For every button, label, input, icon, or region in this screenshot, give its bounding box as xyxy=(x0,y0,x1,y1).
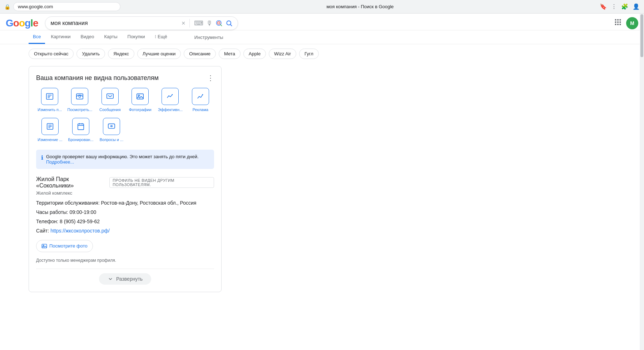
action-photos-label: Фотографии xyxy=(129,107,152,112)
tab-video[interactable]: Видео xyxy=(76,30,99,44)
chip-wizzair[interactable]: Wizz Air xyxy=(269,49,296,59)
view-icon xyxy=(71,88,88,105)
action-messages-label: Сообщения xyxy=(99,107,121,112)
action-ads[interactable]: Реклама xyxy=(187,88,214,112)
performance-icon xyxy=(162,88,179,105)
extensions-icon[interactable]: 🧩 xyxy=(621,3,628,10)
keyboard-icon[interactable]: ⌨ xyxy=(194,19,203,27)
action-changes[interactable]: Изменение ... xyxy=(36,118,64,142)
action-performance[interactable]: Эффективн... xyxy=(157,88,184,112)
main-content: Ваша компания не видна пользователям ⋮ И… xyxy=(0,63,250,301)
site-row: Сайт: https://жксоколростов.рф/ xyxy=(36,228,214,234)
chip-best-ratings[interactable]: Лучшие оценки xyxy=(137,49,181,59)
action-qa[interactable]: Вопросы и ... xyxy=(98,118,125,142)
business-more-options[interactable]: ⋮ xyxy=(207,74,214,82)
hours-label: Часы работы: xyxy=(36,209,68,215)
profile-visibility-badge: ПРОФИЛЬ НЕ ВИДЕН ДРУГИМ ПОЛЬЗОВАТЕЛЯМ. xyxy=(109,177,214,188)
svg-point-22 xyxy=(138,95,140,96)
svg-rect-18 xyxy=(76,94,83,99)
view-photos-button[interactable]: Посмотрите фото xyxy=(36,240,93,252)
google-logo[interactable]: Google xyxy=(6,18,38,29)
svg-rect-5 xyxy=(615,19,616,21)
messages-icon xyxy=(101,88,119,105)
chip-open-now[interactable]: Открыто сейчас xyxy=(29,49,74,59)
svg-rect-13 xyxy=(620,24,621,25)
chip-delete[interactable]: Удалить xyxy=(76,49,105,59)
svg-rect-8 xyxy=(615,21,616,23)
company-name-row: Жилой Парк «Сокольники» ПРОФИЛЬ НЕ ВИДЕН… xyxy=(36,176,214,189)
chip-description[interactable]: Описание xyxy=(184,49,216,59)
tab-images[interactable]: Картинки xyxy=(46,30,75,44)
lens-icon[interactable] xyxy=(216,20,223,27)
hours-row: Часы работы: 09:00-19:00 xyxy=(36,209,214,215)
chip-google[interactable]: Гугл xyxy=(299,49,319,59)
search-input[interactable] xyxy=(50,20,178,26)
user-avatar[interactable]: М xyxy=(626,17,638,29)
clear-icon[interactable]: × xyxy=(182,20,185,27)
svg-rect-35 xyxy=(42,244,46,248)
apps-grid-icon[interactable] xyxy=(614,18,622,28)
action-edit-profile[interactable]: Изменить п... xyxy=(36,88,63,112)
photos-icon xyxy=(132,88,149,105)
expand-button[interactable]: Развернуть xyxy=(99,273,151,285)
action-edit-label: Изменить п... xyxy=(38,107,62,112)
action-changes-label: Изменение ... xyxy=(38,137,62,142)
tab-maps[interactable]: Карты xyxy=(100,30,122,44)
site-value[interactable]: https://жксоколростов.рф/ xyxy=(50,228,110,234)
svg-rect-9 xyxy=(617,21,619,23)
info-link[interactable]: Подробнее... xyxy=(46,159,74,165)
scrollbar-track[interactable] xyxy=(640,14,644,301)
svg-rect-6 xyxy=(617,19,619,21)
view-photos-label: Посмотрите фото xyxy=(49,243,88,249)
browser-tab-title: моя компания - Поиск в Google xyxy=(123,4,597,9)
tab-more[interactable]: ⁝ Ещё xyxy=(150,30,171,44)
access-note: Доступно только менеджерам профиля. xyxy=(36,258,214,263)
booking-icon xyxy=(72,118,89,135)
site-label: Сайт: xyxy=(36,228,49,234)
svg-rect-27 xyxy=(78,124,84,130)
service-area-label: Территории обслуживания: xyxy=(36,200,100,206)
mic-icon[interactable]: 🎙 xyxy=(206,20,213,27)
tab-all[interactable]: Все xyxy=(29,30,45,44)
scrollbar-thumb[interactable] xyxy=(640,14,643,57)
bookmark-icon[interactable]: 🔖 xyxy=(600,3,607,10)
google-header: Google × ⌨ 🎙 М xyxy=(0,14,644,30)
header-right: М xyxy=(614,17,638,29)
filter-chips: Открыто сейчас Удалить Яндекс Лучшие оце… xyxy=(0,44,644,63)
phone-value: 8 (905) 429-59-62 xyxy=(60,219,100,224)
phone-row: Телефон: 8 (905) 429-59-62 xyxy=(36,219,214,224)
tools-button[interactable]: Инструменты xyxy=(190,31,228,44)
service-area-row: Территории обслуживания: Ростов-на-Дону,… xyxy=(36,200,214,206)
svg-point-36 xyxy=(43,245,44,246)
business-visibility-title: Ваша компания не видна пользователям xyxy=(36,74,159,82)
action-view[interactable]: Посмотреть... xyxy=(66,88,93,112)
action-view-label: Посмотреть... xyxy=(68,107,93,112)
business-card: Ваша компания не видна пользователям ⋮ И… xyxy=(29,66,222,292)
action-photos[interactable]: Фотографии xyxy=(127,88,154,112)
svg-rect-20 xyxy=(107,94,113,99)
info-text: Google проверяет вашу информацию. Это мо… xyxy=(46,154,209,165)
nav-tabs: Все Картинки Видео Карты Покупки ⁝ Ещё И… xyxy=(0,30,644,44)
company-name: Жилой Парк «Сокольники» xyxy=(36,176,106,189)
hours-value: 09:00-19:00 xyxy=(70,209,96,215)
chip-meta[interactable]: Мета xyxy=(219,49,241,59)
chip-apple[interactable]: Apple xyxy=(243,49,266,59)
action-messages[interactable]: Сообщения xyxy=(96,88,124,112)
search-bar[interactable]: × ⌨ 🎙 xyxy=(45,16,238,30)
action-booking[interactable]: Бронирован... xyxy=(67,118,95,142)
more-options-icon[interactable]: ⋮ xyxy=(611,3,617,10)
tab-shopping[interactable]: Покупки xyxy=(123,30,149,44)
actions-grid-row1: Изменить п... Посмотреть... xyxy=(36,88,214,112)
chip-yandex[interactable]: Яндекс xyxy=(108,49,134,59)
info-icon: ℹ xyxy=(41,154,43,161)
browser-url-bar[interactable]: www.google.com xyxy=(13,2,120,11)
search-submit-icon[interactable] xyxy=(226,20,233,27)
svg-rect-11 xyxy=(615,24,616,25)
svg-point-32 xyxy=(111,126,112,127)
expand-section: Развернуть xyxy=(36,269,214,285)
actions-grid-row2: Изменение ... Бронирован... xyxy=(36,118,125,142)
ads-icon xyxy=(192,88,209,105)
changes-icon xyxy=(41,118,59,135)
profile-icon[interactable]: 👤 xyxy=(633,3,640,10)
expand-label: Развернуть xyxy=(116,276,143,282)
